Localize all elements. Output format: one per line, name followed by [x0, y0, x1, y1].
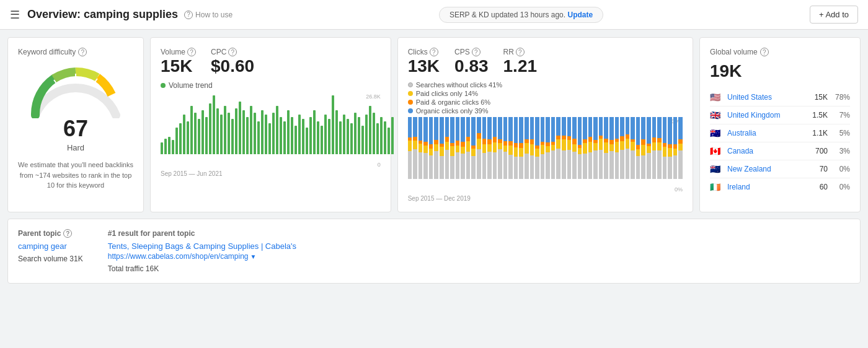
bar-segment-yellow [678, 144, 683, 150]
result-url[interactable]: https://www.cabelas.com/shop/en/camping … [108, 252, 296, 261]
bar-segment-orange [530, 139, 534, 144]
bar-segment-blue [450, 117, 454, 143]
country-row: 🇨🇦 Canada 700 3% [710, 142, 850, 160]
bar [194, 113, 197, 154]
stacked-bar [434, 117, 438, 179]
bar-segment-yellow [551, 145, 556, 150]
stacked-bar [503, 117, 508, 179]
bar-segment-yellow [572, 144, 577, 152]
bar-segment-blue [588, 117, 593, 136]
country-name[interactable]: Canada [727, 147, 815, 155]
legend-dot [408, 108, 413, 113]
bar-segment-orange [482, 139, 487, 144]
bar [369, 106, 371, 154]
parent-topic-help-icon[interactable]: ? [63, 229, 72, 238]
bar-segment-blue [503, 117, 508, 141]
clicks-card: Clicks ? 13K CPS ? 0.83 RR ? [397, 37, 693, 212]
country-volume: 1.1K [812, 129, 828, 137]
country-name[interactable]: United Kingdom [727, 111, 812, 120]
bar-segment-grey [530, 155, 534, 179]
bar-segment-blue [477, 117, 481, 133]
country-name[interactable]: Ireland [727, 183, 820, 191]
bar-segment-yellow [578, 148, 582, 154]
serp-notice: SERP & KD updated 13 hours ago. Update [439, 7, 603, 23]
bar-segment-grey [466, 152, 471, 179]
country-name[interactable]: New Zealand [727, 165, 820, 173]
stacked-bar [636, 117, 640, 179]
bar-segment-orange [588, 137, 593, 142]
bar-segment-orange [461, 142, 465, 147]
bar-segment-grey [423, 153, 428, 179]
bar-segment-orange [493, 137, 497, 142]
bar-segment-orange [567, 136, 572, 141]
bar-segment-blue [636, 117, 640, 145]
bar [216, 108, 219, 154]
rr-help-icon[interactable]: ? [516, 48, 525, 56]
stacked-bar [604, 117, 608, 179]
search-volume-stat: Search volume 31K [18, 254, 83, 263]
bar-segment-orange [620, 136, 624, 141]
stacked-bar [626, 117, 630, 179]
help-icon: ? [184, 11, 193, 19]
bar-segment-grey [503, 152, 508, 179]
bar [361, 126, 364, 154]
stacked-bar [498, 117, 502, 179]
parent-topic-link[interactable]: camping gear [18, 241, 67, 251]
bar-segment-yellow [429, 149, 433, 155]
bar-segment-grey [678, 150, 683, 179]
stacked-bar [487, 117, 492, 179]
bar-segment-yellow [440, 147, 444, 156]
clicks-chart-min: 0% [675, 186, 683, 193]
bar [328, 119, 330, 154]
cpc-help-icon[interactable]: ? [228, 48, 237, 56]
menu-icon[interactable]: ☰ [10, 8, 20, 22]
bar-segment-blue [631, 117, 635, 139]
country-flag: 🇳🇿 [710, 164, 722, 174]
bar-segment-blue [418, 117, 423, 141]
country-pct: 0% [833, 165, 850, 173]
how-to-use-link[interactable]: ? How to use [184, 11, 232, 19]
bar-segment-yellow [673, 149, 678, 155]
bar-segment-grey [456, 152, 460, 179]
country-name[interactable]: United States [727, 93, 815, 102]
bar-segment-grey [535, 157, 539, 179]
bar-segment-grey [440, 156, 444, 179]
kd-score: 67 [63, 116, 88, 142]
update-link[interactable]: Update [567, 11, 593, 19]
country-pct: 5% [833, 129, 850, 137]
bar-segment-blue [620, 117, 624, 136]
volume-help-icon[interactable]: ? [187, 48, 196, 56]
clicks-metric: Clicks ? 13K [408, 48, 440, 76]
bar-segment-blue [461, 117, 465, 142]
bar-segment-blue [663, 117, 667, 143]
bar-segment-blue [423, 117, 428, 142]
clicks-help-icon[interactable]: ? [430, 48, 438, 56]
bar-segment-orange [652, 137, 657, 142]
bar-segment-grey [593, 150, 598, 179]
bar-segment-grey [556, 149, 560, 179]
cps-help-icon[interactable]: ? [472, 48, 480, 56]
bar-segment-grey [551, 150, 556, 179]
stacked-bar [663, 117, 667, 179]
add-to-button[interactable]: + Add to [810, 6, 858, 24]
bar [257, 121, 260, 154]
bar-segment-yellow [604, 142, 608, 153]
country-volume: 1.5K [812, 111, 828, 120]
stacked-bar [530, 117, 534, 179]
bar-segment-blue [647, 117, 651, 144]
stacked-bar [519, 117, 523, 179]
result-link[interactable]: Tents, Sleeping Bags & Camping Supplies … [108, 241, 296, 251]
global-help-icon[interactable]: ? [760, 48, 769, 56]
bar [302, 119, 304, 154]
stacked-bar [541, 117, 545, 179]
bar [161, 142, 163, 154]
bar [373, 113, 375, 154]
stacked-bar [652, 117, 657, 179]
stacked-bar [445, 117, 450, 179]
bar-segment-blue [556, 117, 560, 136]
volume-date-range: Sep 2015 — Jun 2021 [161, 170, 381, 177]
country-name[interactable]: Australia [727, 129, 812, 137]
legend-label: Organic clicks only 39% [416, 107, 489, 115]
kd-help-icon[interactable]: ? [78, 48, 87, 56]
bar [324, 115, 327, 154]
